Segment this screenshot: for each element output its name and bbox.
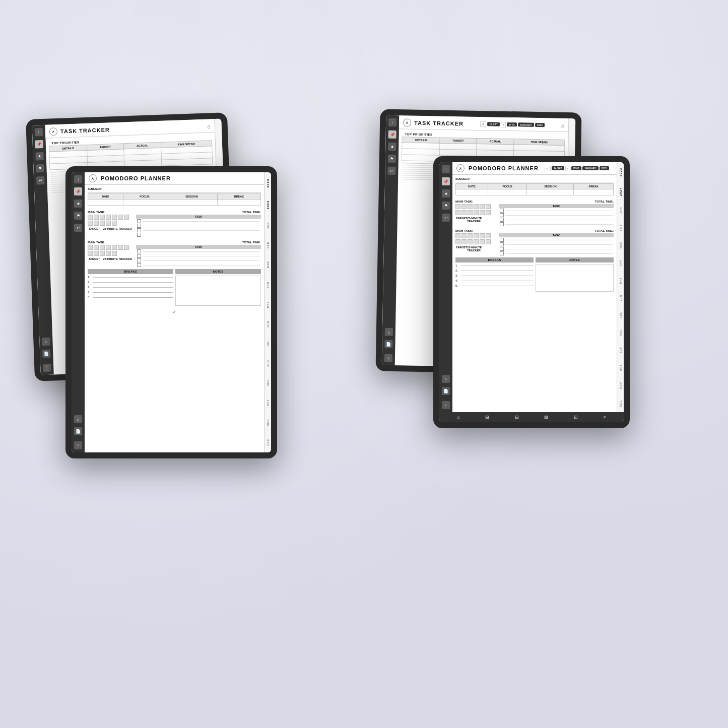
d2-jan[interactable]: JAN xyxy=(267,222,270,228)
d4-next[interactable]: › xyxy=(565,166,570,171)
toolbar-back[interactable]: < xyxy=(603,415,606,420)
d2-nov[interactable]: NOV xyxy=(267,419,270,426)
d4-oct[interactable]: OCT xyxy=(619,364,622,371)
d4-nav-up[interactable]: ∧ xyxy=(456,164,465,172)
d2-prev-btn[interactable]: < xyxy=(173,310,175,315)
sidebar-up-icon[interactable]: ↑ xyxy=(35,128,43,137)
d2-apr[interactable]: APR xyxy=(267,282,270,288)
sidebar-star-icon[interactable]: ★ xyxy=(35,152,44,161)
d3-flag-icon[interactable]: ⚑ xyxy=(388,155,396,163)
d4-cb[interactable] xyxy=(500,213,504,217)
d2-year-2024[interactable]: 2024 xyxy=(267,201,270,209)
d2-mar[interactable]: MAR xyxy=(267,261,270,268)
d2-jul[interactable]: JUL xyxy=(267,341,270,347)
d2-checkbox[interactable] xyxy=(137,233,141,237)
d4-sq xyxy=(486,210,491,215)
d2-nav-up[interactable]: ∧ xyxy=(89,174,97,182)
sidebar-home-icon[interactable]: ⌂ xyxy=(42,338,50,346)
d4-dec[interactable]: DEC xyxy=(619,400,622,407)
d4-apr[interactable]: APR xyxy=(619,259,622,266)
d2-checkbox[interactable] xyxy=(137,224,141,228)
d4-jan[interactable]: JAN xyxy=(619,207,622,213)
sidebar-undo-icon[interactable]: ↩ xyxy=(36,176,45,185)
d4-feb[interactable]: FEB xyxy=(619,224,622,231)
sidebar-flag-icon[interactable]: ⚑ xyxy=(36,164,44,173)
d2-flag-icon[interactable]: ⚑ xyxy=(74,212,82,220)
d2-checkbox[interactable] xyxy=(137,228,141,232)
d4-pin-icon[interactable]: 📌 xyxy=(442,177,450,185)
toolbar-grid2[interactable]: ⊟ xyxy=(515,415,519,420)
d3-doc-icon[interactable]: 📄 xyxy=(384,340,392,348)
d4-undo-icon[interactable]: ↩ xyxy=(442,214,450,222)
d2-checkbox2[interactable] xyxy=(137,249,141,253)
d4-star-icon[interactable]: ★ xyxy=(442,189,450,197)
d2-feb[interactable]: FEB xyxy=(267,242,270,248)
d3-home-btn[interactable]: ⌂ xyxy=(561,122,564,128)
d2-pin-icon[interactable]: 📌 xyxy=(74,187,82,195)
d4-year-2023[interactable]: 2023 xyxy=(619,168,622,176)
d4-year-2024[interactable]: 2024 xyxy=(619,187,622,196)
d4-month: JANUARY xyxy=(582,166,599,170)
d4-jul[interactable]: JUL xyxy=(619,312,622,318)
d4-mar[interactable]: MAR xyxy=(619,241,622,248)
d2-jun[interactable]: JUN xyxy=(267,321,270,327)
d3-next[interactable]: › xyxy=(501,121,506,127)
d3-star-icon[interactable]: ★ xyxy=(388,143,396,151)
d4-tracker2: 25-MINUTE TRACKER xyxy=(467,246,495,252)
d2-menu-icon[interactable]: ⋮ xyxy=(74,441,82,449)
d2-undo-icon[interactable]: ↩ xyxy=(74,224,82,232)
d3-year: 2023 xyxy=(535,123,545,127)
device1-nav-up[interactable]: ∧ xyxy=(49,127,58,136)
d4-sep[interactable]: SEP xyxy=(619,347,622,353)
d2-checkbox2[interactable] xyxy=(137,258,141,262)
d2-up-icon[interactable]: ↑ xyxy=(74,175,82,183)
d4-jun[interactable]: JUN xyxy=(619,295,622,301)
d4-main-task2: MAIN TASK: xyxy=(455,229,473,232)
d4-aug[interactable]: AUG xyxy=(619,329,622,336)
d3-undo-icon[interactable]: ↩ xyxy=(387,167,395,175)
d2-aug[interactable]: AUG xyxy=(267,360,270,367)
d2-home-icon[interactable]: ⌂ xyxy=(74,415,82,423)
sidebar-menu-icon[interactable]: ⋮ xyxy=(43,364,51,372)
d3-menu-icon[interactable]: ⋮ xyxy=(384,354,392,362)
toolbar-grid1[interactable]: ⊞ xyxy=(485,415,489,420)
d3-nav-up[interactable]: ∧ xyxy=(403,118,411,126)
d4-cb2[interactable] xyxy=(500,242,504,246)
d4-doc-icon[interactable]: 📄 xyxy=(442,387,450,395)
d4-cb2[interactable] xyxy=(500,238,504,242)
device4-screen: ↑ 📌 ★ ⚑ ↩ ⌂ 📄 ⋮ ∧ POMODORO PLANNER xyxy=(439,162,624,422)
sidebar-doc-icon[interactable]: 📄 xyxy=(42,350,51,358)
toolbar-grid4[interactable]: ⊡ xyxy=(574,415,578,420)
d2-star-icon[interactable]: ★ xyxy=(74,200,82,208)
d4-cb2[interactable] xyxy=(500,247,504,251)
d2-may[interactable]: MAY xyxy=(267,301,270,308)
d2-break-line: 2. xyxy=(88,281,173,284)
d2-year-2023[interactable]: 2023 xyxy=(267,179,270,187)
d2-doc-icon[interactable]: 📄 xyxy=(74,427,82,435)
d4-prev[interactable]: < xyxy=(545,166,551,171)
device1-home-btn[interactable]: ⌂ xyxy=(207,123,210,129)
d3-pin-icon[interactable]: 📌 xyxy=(388,130,396,139)
d3-home-icon[interactable]: ⌂ xyxy=(385,328,393,336)
toolbar-grid3[interactable]: ⊠ xyxy=(544,415,548,420)
d2-sep[interactable]: SEP xyxy=(267,379,270,386)
d3-prev[interactable]: < xyxy=(480,121,486,127)
d4-menu-icon[interactable]: ⋮ xyxy=(442,401,450,409)
d4-may[interactable]: MAY xyxy=(619,277,622,284)
d4-cb[interactable] xyxy=(500,209,504,213)
d2-checkbox2[interactable] xyxy=(137,263,141,267)
d2-dec[interactable]: DEC xyxy=(267,439,270,446)
d2-checkbox[interactable] xyxy=(137,219,141,223)
d4-cb[interactable] xyxy=(500,218,504,222)
toolbar-home[interactable]: ⌂ xyxy=(457,415,459,420)
d4-home-icon[interactable]: ⌂ xyxy=(442,375,450,383)
d2-checkbox2[interactable] xyxy=(137,254,141,258)
d3-up-icon[interactable]: ↑ xyxy=(388,118,396,126)
d4-cb[interactable] xyxy=(500,222,504,226)
d2-oct[interactable]: OCT xyxy=(267,399,270,406)
d4-up-icon[interactable]: ↑ xyxy=(442,165,450,173)
d4-flag-icon[interactable]: ⚑ xyxy=(442,202,450,210)
d4-nov[interactable]: NOV xyxy=(619,382,622,389)
d4-cb2[interactable] xyxy=(500,251,504,255)
sidebar-pin-icon[interactable]: 📌 xyxy=(35,140,44,149)
